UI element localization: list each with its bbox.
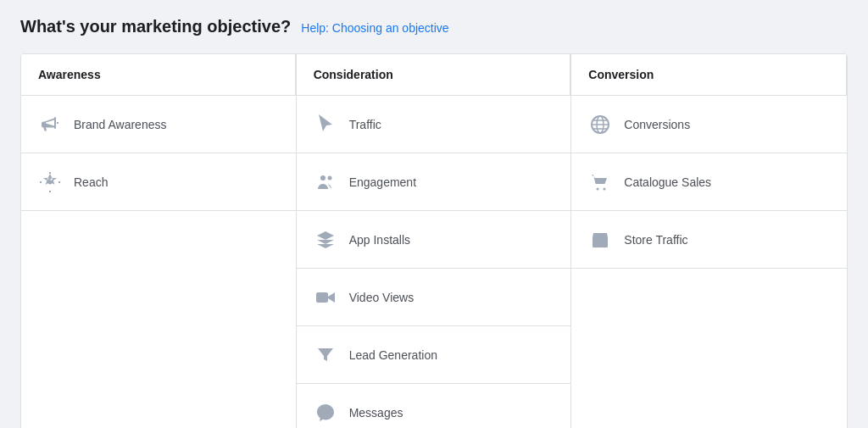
traffic-item[interactable]: Traffic: [297, 96, 571, 153]
objectives-grid: Awareness Brand Awareness: [20, 53, 848, 428]
store-icon: [588, 228, 612, 252]
conversion-filler: [571, 269, 847, 428]
messages-item[interactable]: Messages: [297, 384, 571, 428]
page-header: What's your marketing objective? Help: C…: [20, 17, 848, 36]
awareness-column: Awareness Brand Awareness: [21, 54, 297, 428]
consideration-header: Consideration: [297, 54, 571, 96]
engagement-item[interactable]: Engagement: [297, 153, 571, 211]
funnel-icon: [314, 343, 337, 367]
awareness-filler: [21, 211, 296, 428]
svg-rect-7: [316, 292, 328, 303]
reach-icon: [38, 170, 62, 194]
people-icon: [314, 170, 337, 194]
conversion-header: Conversion: [571, 54, 847, 96]
store-traffic-item[interactable]: Store Traffic: [571, 211, 847, 269]
svg-point-10: [324, 411, 326, 413]
svg-marker-8: [328, 292, 335, 303]
app-installs-item[interactable]: App Installs: [297, 211, 571, 269]
svg-point-6: [327, 175, 331, 180]
help-link[interactable]: Help: Choosing an objective: [301, 21, 448, 35]
svg-point-11: [327, 411, 329, 413]
conversions-label: Conversions: [624, 118, 690, 131]
video-views-label: Video Views: [349, 291, 415, 304]
reach-item[interactable]: Reach: [21, 153, 296, 211]
megaphone-icon: [38, 113, 62, 136]
lead-generation-label: Lead Generation: [349, 348, 437, 362]
svg-point-17: [597, 187, 599, 190]
store-traffic-label: Store Traffic: [624, 233, 687, 247]
messages-label: Messages: [349, 406, 403, 420]
svg-point-18: [604, 187, 606, 190]
traffic-label: Traffic: [349, 118, 381, 131]
svg-point-5: [320, 175, 326, 181]
page-container: What's your marketing objective? Help: C…: [0, 0, 868, 428]
catalogue-sales-item[interactable]: Catalogue Sales: [571, 153, 847, 211]
svg-point-0: [48, 180, 53, 184]
lead-generation-item[interactable]: Lead Generation: [297, 326, 571, 384]
svg-point-9: [320, 411, 322, 413]
box-icon: [314, 228, 337, 252]
brand-awareness-label: Brand Awareness: [74, 118, 166, 131]
cart-icon: [588, 170, 612, 194]
video-icon: [314, 286, 337, 309]
chat-icon: [314, 401, 337, 425]
video-views-item[interactable]: Video Views: [297, 269, 571, 326]
conversion-column: Conversion Conversions: [571, 54, 847, 428]
awareness-header: Awareness: [21, 54, 296, 96]
consideration-column: Consideration Traffic: [297, 54, 572, 428]
globe-icon: [588, 113, 612, 136]
reach-label: Reach: [74, 175, 108, 189]
page-title: What's your marketing objective?: [20, 17, 291, 36]
engagement-label: Engagement: [349, 175, 416, 189]
conversions-item[interactable]: Conversions: [571, 96, 847, 153]
cursor-icon: [314, 113, 337, 136]
brand-awareness-item[interactable]: Brand Awareness: [21, 96, 296, 153]
catalogue-sales-label: Catalogue Sales: [624, 175, 711, 189]
app-installs-label: App Installs: [349, 233, 410, 247]
